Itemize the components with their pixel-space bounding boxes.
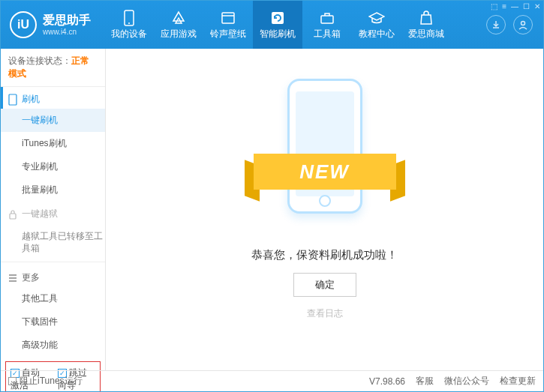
- section-title: 更多: [22, 271, 40, 284]
- success-illustration: NEW: [261, 79, 389, 229]
- sidebar-item-oneclick[interactable]: 一键刷机: [1, 109, 105, 132]
- nav-label: 应用游戏: [161, 28, 197, 40]
- wallpaper-icon: [220, 10, 236, 26]
- titlebar-btn[interactable]: ⬚: [491, 2, 497, 10]
- section-title: 刷机: [22, 93, 40, 106]
- nav-label: 爱思商城: [408, 28, 444, 40]
- section-jailbreak: 一键越狱: [1, 202, 105, 226]
- footer-support[interactable]: 客服: [416, 375, 434, 388]
- menu-icon: [8, 274, 17, 283]
- jailbreak-title: 一键越狱: [22, 208, 58, 220]
- titlebar-btn[interactable]: ≡: [502, 2, 506, 10]
- sidebar-item-advanced[interactable]: 高级功能: [1, 334, 105, 357]
- apps-icon: [170, 10, 187, 26]
- sidebar-item-download[interactable]: 下载固件: [1, 310, 105, 334]
- svg-rect-4: [321, 16, 333, 23]
- stop-itunes-label: 阻止iTunes运行: [20, 375, 83, 388]
- sidebar-item-pro[interactable]: 专业刷机: [1, 155, 105, 178]
- graduation-icon: [368, 10, 385, 26]
- nav-apps[interactable]: 应用游戏: [154, 1, 203, 49]
- titlebar-controls: ⬚ ≡ — ☐ ✕: [491, 2, 540, 10]
- titlebar-maximize[interactable]: ☐: [523, 2, 530, 10]
- device-status: 设备连接状态：正常模式: [1, 49, 105, 87]
- sidebar-item-other[interactable]: 其他工具: [1, 287, 105, 310]
- ok-button[interactable]: 确定: [293, 273, 356, 297]
- logo-icon: iU: [10, 11, 37, 38]
- refresh-icon: [269, 10, 286, 26]
- download-icon[interactable]: [486, 15, 506, 34]
- nav-label: 教程中心: [359, 28, 395, 40]
- nav-tools[interactable]: 工具箱: [302, 1, 352, 49]
- svg-rect-3: [272, 12, 284, 24]
- nav-flash[interactable]: 智能刷机: [253, 1, 302, 49]
- svg-point-1: [128, 22, 130, 24]
- status-label: 设备连接状态：: [8, 55, 71, 66]
- header: ⬚ ≡ — ☐ ✕ iU 爱思助手 www.i4.cn 我的设备 应用游戏: [1, 1, 543, 49]
- app-url: www.i4.cn: [43, 28, 91, 37]
- nav-label: 铃声壁纸: [210, 28, 246, 40]
- phone-graphic: [287, 79, 362, 214]
- new-ribbon: NEW: [254, 154, 396, 190]
- sidebar-item-batch[interactable]: 批量刷机: [1, 178, 105, 202]
- svg-rect-6: [9, 94, 17, 105]
- nav: 我的设备 应用游戏 铃声壁纸 智能刷机 工具箱 教程中心: [104, 1, 476, 49]
- titlebar-close[interactable]: ✕: [534, 2, 540, 10]
- nav-label: 智能刷机: [260, 28, 296, 40]
- svg-point-5: [521, 22, 525, 25]
- version: V7.98.66: [369, 376, 405, 387]
- success-message: 恭喜您，保资料刷机成功啦！: [251, 248, 398, 262]
- bag-icon: [418, 10, 434, 26]
- nav-my-device[interactable]: 我的设备: [104, 1, 154, 49]
- sidebar-item-itunes[interactable]: iTunes刷机: [1, 132, 105, 155]
- nav-store[interactable]: 爱思商城: [401, 1, 451, 49]
- main-content: NEW 恭喜您，保资料刷机成功啦！ 确定 查看日志: [106, 49, 543, 370]
- toolbox-icon: [319, 10, 335, 26]
- footer: 阻止iTunes运行 V7.98.66 客服 微信公众号 检查更新: [1, 370, 543, 391]
- svg-rect-7: [10, 214, 16, 219]
- svg-rect-2: [222, 13, 234, 23]
- nav-tutorials[interactable]: 教程中心: [352, 1, 401, 49]
- section-more[interactable]: 更多: [1, 265, 105, 287]
- user-icon[interactable]: [513, 15, 533, 34]
- footer-wechat[interactable]: 微信公众号: [444, 375, 489, 388]
- logo: iU 爱思助手 www.i4.cn: [1, 1, 100, 49]
- jailbreak-note: 越狱工具已转移至工具箱: [1, 226, 105, 259]
- lock-icon: [8, 209, 17, 220]
- sidebar: 设备连接状态：正常模式 刷机 一键刷机 iTunes刷机 专业刷机 批量刷机 一…: [1, 49, 106, 370]
- nav-ringtone[interactable]: 铃声壁纸: [203, 1, 253, 49]
- phone-icon: [121, 10, 137, 26]
- chk-stop-itunes[interactable]: [8, 377, 17, 385]
- app-name: 爱思助手: [43, 13, 91, 27]
- titlebar-minimize[interactable]: —: [511, 2, 518, 10]
- section-flash[interactable]: 刷机: [1, 87, 105, 109]
- footer-update[interactable]: 检查更新: [500, 375, 536, 388]
- nav-label: 我的设备: [111, 28, 147, 40]
- nav-label: 工具箱: [314, 28, 341, 40]
- view-log-link[interactable]: 查看日志: [307, 307, 343, 320]
- phone-icon: [8, 94, 17, 106]
